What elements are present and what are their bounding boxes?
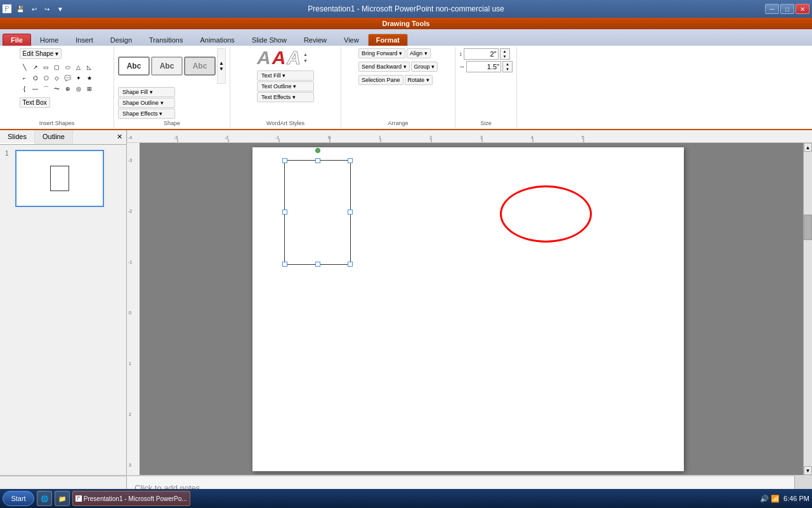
slide-number: 1: [5, 150, 13, 157]
shape-chevron[interactable]: ⌬: [30, 73, 41, 83]
tab-review[interactable]: Review: [296, 34, 335, 46]
wordart-a2[interactable]: A: [272, 48, 286, 67]
height-spin-down[interactable]: ▼: [501, 54, 509, 59]
tab-slideshow[interactable]: Slide Show: [244, 34, 295, 46]
send-backward-button[interactable]: Send Backward ▾: [358, 62, 410, 72]
taskbar-explorer[interactable]: 📁: [55, 491, 70, 506]
qa-dropdown[interactable]: ▼: [55, 4, 66, 14]
slide-thumb-1[interactable]: 1: [5, 150, 121, 207]
height-spin-up[interactable]: ▲: [501, 49, 509, 54]
taskbar-powerpoint[interactable]: 🅿 Presentation1 - Microsoft PowerPo...: [72, 491, 190, 506]
handle-mr[interactable]: [348, 210, 353, 215]
minimize-button[interactable]: ─: [765, 4, 779, 14]
text-effects-button[interactable]: Text Effects ▾: [257, 92, 314, 102]
wordart-scroll-up[interactable]: ▲: [303, 52, 308, 57]
shape-style-2[interactable]: Abc: [151, 57, 183, 76]
shapes-grid: ╲ ↗ ▭ ▢ ⬭ △ ◺ ⌐ ⌬ ⬠ ◇ 💬 ✦ ★ { — ⌒ 〜 ⊕: [20, 62, 95, 94]
height-input[interactable]: 2": [464, 48, 499, 60]
wordart-scroll: ▲ ▼: [303, 52, 308, 64]
shape-line[interactable]: ╲: [20, 62, 30, 72]
undo-icon[interactable]: ↩: [29, 4, 39, 14]
close-button[interactable]: ✕: [796, 4, 809, 14]
tab-design[interactable]: Design: [102, 34, 140, 46]
tab-animations[interactable]: Animations: [192, 34, 242, 46]
text-outline-button[interactable]: Text Outline ▾: [257, 81, 314, 91]
shape-diamond[interactable]: ◇: [52, 73, 62, 83]
slide-canvas[interactable]: [140, 143, 803, 475]
handle-rotate[interactable]: [315, 148, 320, 153]
handle-tr[interactable]: [348, 158, 353, 163]
tab-home[interactable]: Home: [32, 34, 67, 46]
shape-outline-button[interactable]: Shape Outline ▾: [118, 98, 175, 108]
tab-insert[interactable]: Insert: [67, 34, 102, 46]
shape-styles-dropdown[interactable]: ▲ ▼: [217, 48, 226, 84]
maximize-button[interactable]: □: [780, 4, 794, 14]
shape-pentagon[interactable]: ⬠: [41, 73, 51, 83]
tab-bar: File Home Insert Design Transitions Anim…: [0, 29, 812, 46]
taskbar-ie[interactable]: 🌐: [37, 491, 52, 506]
width-spin-up[interactable]: ▲: [503, 62, 512, 67]
tab-transitions[interactable]: Transitions: [141, 34, 191, 46]
selected-shape[interactable]: [284, 160, 351, 265]
slides-tab[interactable]: Slides: [0, 130, 35, 144]
scroll-up-button[interactable]: ▲: [804, 143, 812, 152]
shape-triangle[interactable]: △: [74, 62, 84, 72]
shape-arc[interactable]: ⌒: [41, 84, 51, 94]
handle-tl[interactable]: [282, 158, 287, 163]
group-button[interactable]: Group ▾: [411, 62, 438, 72]
edit-shape-button[interactable]: Edit Shape ▾: [20, 48, 62, 59]
scroll-track[interactable]: [804, 152, 812, 466]
quick-save-icon[interactable]: 💾: [14, 4, 27, 14]
shape-rect[interactable]: ▭: [41, 62, 51, 72]
shape-freeform[interactable]: 〜: [52, 84, 62, 94]
drawing-tools-label: Drawing Tools: [383, 20, 430, 27]
shape-callout[interactable]: 💬: [63, 73, 73, 83]
bring-forward-button[interactable]: Bring Forward ▾: [358, 48, 405, 58]
shape-extra1[interactable]: ◎: [74, 84, 84, 94]
start-button[interactable]: Start: [3, 491, 34, 506]
shape-more[interactable]: ⊕: [63, 84, 73, 94]
handle-bl[interactable]: [282, 262, 287, 267]
shape-arrow[interactable]: ↗: [30, 62, 41, 72]
tab-format[interactable]: Format: [368, 34, 408, 46]
shape-style-1[interactable]: Abc: [118, 57, 150, 76]
text-fill-button[interactable]: Text Fill ▾: [257, 70, 314, 81]
tab-view[interactable]: View: [336, 34, 367, 46]
wordart-a3[interactable]: A: [287, 48, 301, 67]
handle-ml[interactable]: [282, 210, 287, 215]
redo-icon[interactable]: ↪: [42, 4, 52, 14]
tab-file[interactable]: File: [3, 34, 31, 46]
handle-br[interactable]: [348, 262, 353, 267]
rotate-button[interactable]: Rotate ▾: [405, 75, 433, 85]
wordart-a1[interactable]: A: [257, 48, 271, 67]
scroll-down-button[interactable]: ▼: [804, 466, 812, 475]
shape-bend[interactable]: ⌐: [20, 73, 30, 83]
handle-bc[interactable]: [315, 262, 320, 267]
align-button[interactable]: Align ▾: [407, 48, 431, 58]
slide-panel-close[interactable]: ✕: [113, 130, 126, 144]
shape-star4[interactable]: ✦: [74, 73, 84, 83]
width-input[interactable]: 1.5": [466, 61, 501, 72]
width-spin-down[interactable]: ▼: [503, 67, 512, 72]
title-left: 🅿 💾 ↩ ↪ ▼: [3, 4, 66, 14]
outline-tab[interactable]: Outline: [35, 130, 73, 144]
vertical-scrollbar[interactable]: ▲ ▼: [803, 143, 812, 475]
shape-rtriangle[interactable]: ◺: [84, 62, 95, 72]
wordart-scroll-down[interactable]: ▼: [303, 58, 308, 64]
shape-star5[interactable]: ★: [84, 73, 95, 83]
slide-page[interactable]: [252, 147, 684, 471]
slide-thumbnail-1[interactable]: [15, 150, 104, 207]
shape-fill-button[interactable]: Shape Fill ▾: [118, 87, 175, 97]
taskbar: Start 🌐 📁 🅿 Presentation1 - Microsoft Po…: [0, 489, 812, 508]
shape-extra2[interactable]: ⊞: [84, 84, 95, 94]
shape-brace[interactable]: {: [20, 84, 30, 94]
shape-line2[interactable]: —: [30, 84, 41, 94]
handle-tc[interactable]: [315, 158, 320, 163]
text-box-button[interactable]: Text Box: [20, 97, 50, 108]
selection-pane-button[interactable]: Selection Pane: [358, 75, 403, 85]
shape-round-rect[interactable]: ▢: [52, 62, 62, 72]
shape-style-3[interactable]: Abc: [184, 57, 216, 76]
shape-ellipse[interactable]: ⬭: [63, 62, 73, 72]
shape-effects-button[interactable]: Shape Effects ▾: [118, 109, 175, 119]
scroll-thumb[interactable]: [804, 215, 812, 240]
